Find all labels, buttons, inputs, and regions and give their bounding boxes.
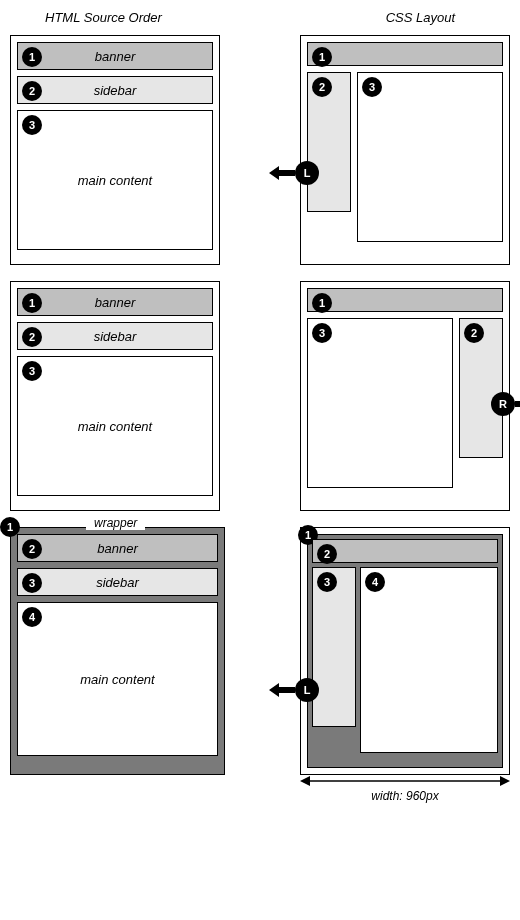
label-banner: banner bbox=[95, 295, 135, 310]
seg-main: 3 main content bbox=[17, 110, 213, 250]
badge-2: 2 bbox=[312, 77, 332, 97]
label-sidebar: sidebar bbox=[94, 329, 137, 344]
css-layout-1: 1 2 3 L bbox=[300, 35, 510, 265]
seg-sidebar: 3 sidebar bbox=[17, 568, 218, 596]
badge-3: 3 bbox=[22, 573, 42, 593]
title-left: HTML Source Order bbox=[45, 10, 162, 25]
lay-columns: 2 3 bbox=[307, 72, 503, 242]
row-2: 1 banner 2 sidebar 3 main content 1 3 2 bbox=[10, 281, 510, 511]
label-banner: banner bbox=[97, 541, 137, 556]
lay-columns: 3 2 bbox=[307, 318, 503, 488]
label-main: main content bbox=[78, 419, 152, 434]
source-order-1: 1 banner 2 sidebar 3 main content bbox=[10, 35, 220, 265]
badge-2: 2 bbox=[22, 539, 42, 559]
arrow-right-icon bbox=[515, 397, 520, 411]
badge-4: 4 bbox=[22, 607, 42, 627]
label-sidebar: sidebar bbox=[96, 575, 139, 590]
seg-main: 3 main content bbox=[17, 356, 213, 496]
css-layout-2: 1 3 2 R bbox=[300, 281, 510, 511]
badge-R: R bbox=[491, 392, 515, 416]
label-main: main content bbox=[80, 672, 154, 687]
badge-3: 3 bbox=[312, 323, 332, 343]
badge-L: L bbox=[295, 678, 319, 702]
css-layout-3-container: 1 2 3 4 L bbox=[300, 527, 510, 803]
source-order-2: 1 banner 2 sidebar 3 main content bbox=[10, 281, 220, 511]
float-left-indicator: L bbox=[269, 678, 319, 702]
badge-2: 2 bbox=[22, 327, 42, 347]
badge-3: 3 bbox=[317, 572, 337, 592]
lay-sidebar: 3 bbox=[312, 567, 356, 727]
column-titles: HTML Source Order CSS Layout bbox=[10, 10, 510, 35]
lay-wrapper: 1 2 3 4 bbox=[307, 534, 503, 768]
svg-marker-2 bbox=[269, 683, 295, 697]
badge-3: 3 bbox=[362, 77, 382, 97]
label-sidebar: sidebar bbox=[94, 83, 137, 98]
badge-1: 1 bbox=[22, 47, 42, 67]
lay-banner: 1 bbox=[307, 288, 503, 312]
lay-main: 3 bbox=[357, 72, 503, 242]
source-order-3-container: 1 wrapper 2 banner 3 sidebar 4 main cont… bbox=[10, 527, 225, 775]
float-left-indicator: L bbox=[269, 161, 319, 185]
title-right: CSS Layout bbox=[386, 10, 455, 25]
seg-banner: 2 banner bbox=[17, 534, 218, 562]
badge-L: L bbox=[295, 161, 319, 185]
badge-1: 1 bbox=[312, 293, 332, 313]
row-1: 1 banner 2 sidebar 3 main content 1 2 3 bbox=[10, 35, 510, 265]
double-arrow-icon bbox=[300, 775, 510, 787]
arrow-left-icon bbox=[269, 683, 295, 697]
badge-1: 1 bbox=[312, 47, 332, 67]
css-layout-3: 1 2 3 4 L bbox=[300, 527, 510, 775]
svg-marker-0 bbox=[269, 166, 295, 180]
lay-columns: 3 4 bbox=[312, 567, 498, 753]
seg-main: 4 main content bbox=[17, 602, 218, 756]
svg-marker-1 bbox=[515, 397, 520, 411]
badge-2: 2 bbox=[317, 544, 337, 564]
lay-main: 3 bbox=[307, 318, 453, 488]
lay-sidebar: 2 bbox=[307, 72, 351, 212]
seg-sidebar: 2 sidebar bbox=[17, 76, 213, 104]
width-label: width: 960px bbox=[300, 789, 510, 803]
label-banner: banner bbox=[95, 49, 135, 64]
lay-banner: 2 bbox=[312, 539, 498, 563]
arrow-left-icon bbox=[269, 166, 295, 180]
lay-sidebar: 2 bbox=[459, 318, 503, 458]
badge-3: 3 bbox=[22, 361, 42, 381]
label-main: main content bbox=[78, 173, 152, 188]
source-order-3: wrapper 2 banner 3 sidebar 4 main conten… bbox=[10, 527, 225, 775]
seg-banner: 1 banner bbox=[17, 288, 213, 316]
label-wrapper: wrapper bbox=[86, 516, 145, 530]
badge-1: 1 bbox=[22, 293, 42, 313]
width-indicator-arrow bbox=[300, 775, 510, 787]
lay-main: 4 bbox=[360, 567, 498, 753]
svg-marker-4 bbox=[300, 776, 310, 786]
badge-2: 2 bbox=[464, 323, 484, 343]
badge-1: 1 bbox=[0, 517, 20, 537]
badge-2: 2 bbox=[22, 81, 42, 101]
float-right-indicator: R bbox=[491, 392, 520, 416]
seg-banner: 1 banner bbox=[17, 42, 213, 70]
lay-banner: 1 bbox=[307, 42, 503, 66]
badge-4: 4 bbox=[365, 572, 385, 592]
seg-sidebar: 2 sidebar bbox=[17, 322, 213, 350]
row-3: 1 wrapper 2 banner 3 sidebar 4 main cont… bbox=[10, 527, 510, 803]
badge-3: 3 bbox=[22, 115, 42, 135]
svg-marker-5 bbox=[500, 776, 510, 786]
